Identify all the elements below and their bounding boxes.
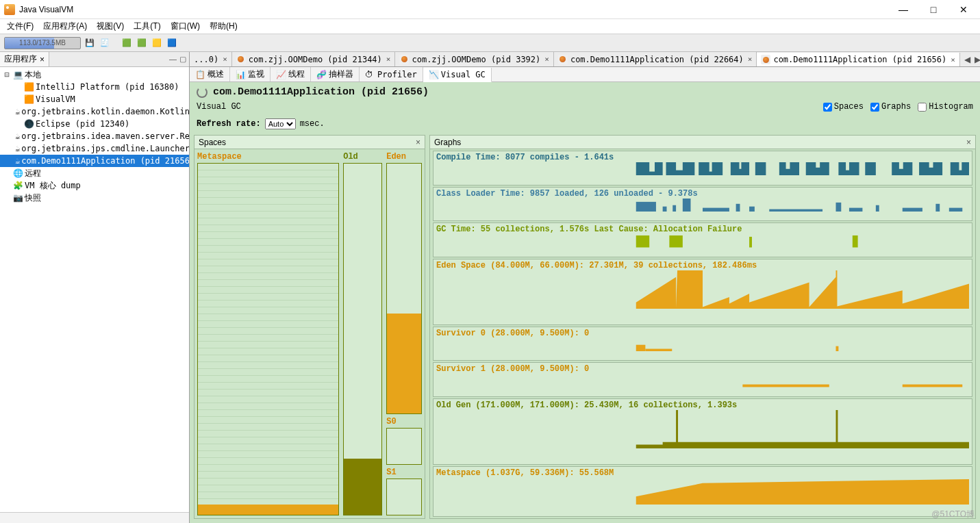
svg-rect-32	[876, 205, 879, 212]
close-icon[interactable]: ×	[951, 55, 955, 64]
restore-panel-button[interactable]: ▢	[179, 55, 186, 64]
sidebar-scrollbar[interactable]	[0, 512, 189, 523]
graph-metaspace: Metaspace (1.037G, 59.336M): 55.568M	[433, 466, 972, 517]
close-icon[interactable]: ×	[40, 55, 45, 64]
svg-rect-8	[749, 162, 755, 175]
subtab-profiler[interactable]: ⏱Profiler	[360, 67, 423, 81]
svg-rect-29	[769, 209, 822, 212]
menu-file[interactable]: 文件(F)	[4, 20, 36, 33]
svg-rect-16	[876, 162, 892, 175]
tree-node[interactable]: ☕org.jetbrains.idea.maven.server.RemoteM…	[0, 130, 189, 142]
close-icon[interactable]: ×	[544, 55, 549, 64]
tree-node[interactable]: ☕org.jetbrains.kotlin.daemon.KotlinCompi…	[0, 105, 189, 118]
tab-prev-button[interactable]: ◀	[964, 55, 970, 64]
svg-rect-22	[636, 201, 656, 212]
gc-icon[interactable]: 🟦	[166, 37, 178, 49]
tree-node[interactable]: 🌐远程	[0, 167, 189, 179]
menu-tools[interactable]: 工具(T)	[131, 20, 163, 33]
tree-node[interactable]: 🟧VisualVM	[0, 93, 189, 105]
menu-window[interactable]: 窗口(W)	[168, 20, 203, 33]
refresh-rate-label: Refresh rate:	[197, 119, 261, 129]
thread-dump-icon[interactable]: 🟩	[136, 37, 148, 49]
refresh-icon[interactable]	[197, 87, 208, 98]
editor-tab[interactable]: com.zjj.OOMDemo (pid 3392)×	[395, 52, 553, 66]
svg-rect-41	[645, 348, 672, 351]
svg-rect-10	[786, 162, 790, 169]
editor-tab[interactable]: com.zjj.OOMDemo (pid 21344)×	[232, 52, 396, 66]
subtab-overview[interactable]: 📋概述	[190, 67, 230, 81]
profiler-icon[interactable]: 🟨	[151, 37, 163, 49]
graph-classloader-time: Class Loader Time: 9857 loaded, 126 unlo…	[433, 187, 972, 222]
sidebar-tab-applications[interactable]: 应用程序 ×	[0, 52, 49, 66]
editor-tab[interactable]: ...0)×	[190, 52, 232, 66]
menu-bar: 文件(F) 应用程序(A) 视图(V) 工具(T) 窗口(W) 帮助(H)	[0, 19, 980, 34]
heap-usage-indicator[interactable]: 113.0/173.5MB	[4, 37, 81, 49]
tree-node[interactable]: 📷快照	[0, 192, 189, 204]
close-icon[interactable]: ×	[386, 55, 391, 64]
svg-rect-15	[859, 162, 866, 175]
subtab-threads[interactable]: 📈线程	[271, 67, 311, 81]
tab-next-button[interactable]: ▶	[975, 55, 980, 64]
snapshot-icon[interactable]: 🧾	[99, 37, 111, 49]
visualvm-icon	[4, 4, 15, 15]
tree-node[interactable]: ⊟💻本地	[0, 68, 189, 81]
svg-rect-20	[942, 162, 951, 175]
svg-rect-19	[929, 162, 933, 168]
close-icon[interactable]: ×	[748, 55, 753, 64]
applications-sidebar: 应用程序 × — ▢ ⊟💻本地🟧IntelliJ Platform (pid 1…	[0, 52, 190, 523]
graph-survivor0: Survivor 0 (28.000M, 9.500M): 0	[433, 327, 972, 361]
svg-rect-23	[663, 206, 667, 212]
page-title: com.Demo1111Application (pid 21656)	[213, 86, 429, 98]
checkbox-spaces[interactable]: Spaces	[823, 102, 864, 112]
svg-rect-31	[849, 207, 862, 212]
minimize-panel-button[interactable]: —	[169, 55, 177, 64]
heap-dump-icon[interactable]: 🟩	[121, 37, 133, 49]
svg-rect-21	[959, 162, 962, 170]
menu-application[interactable]: 应用程序(A)	[40, 20, 90, 33]
monitor-icon: 📊	[236, 70, 245, 79]
profiler-icon: ⏱	[365, 70, 375, 79]
s0-label: S0	[386, 417, 422, 428]
main-toolbar: 113.0/173.5MB 💾 🧾 🟩 🟩 🟨 🟦	[0, 34, 980, 52]
java-icon	[558, 55, 568, 64]
svg-rect-9	[766, 162, 779, 175]
save-icon[interactable]: 💾	[84, 37, 96, 49]
menu-help[interactable]: 帮助(H)	[207, 20, 240, 33]
svg-rect-12	[816, 162, 820, 168]
svg-rect-6	[723, 162, 731, 175]
tree-node[interactable]: 🟧IntelliJ Platform (pid 16380)	[0, 81, 189, 93]
svg-rect-2	[663, 162, 666, 175]
close-icon[interactable]: ×	[966, 138, 971, 147]
subtab-monitor[interactable]: 📊监视	[230, 67, 271, 81]
window-maximize-button[interactable]: □	[925, 4, 942, 15]
svg-rect-36	[636, 235, 649, 247]
sidebar-tab-bar: 应用程序 × — ▢	[0, 52, 189, 67]
tree-node[interactable]: 🌑Eclipse (pid 12340)	[0, 118, 189, 130]
close-icon[interactable]: ×	[223, 55, 227, 64]
svg-rect-30	[836, 202, 842, 212]
close-icon[interactable]: ×	[416, 138, 420, 147]
checkbox-graphs[interactable]: Graphs	[870, 102, 911, 112]
applications-tree[interactable]: ⊟💻本地🟧IntelliJ Platform (pid 16380)🟧Visua…	[0, 67, 189, 512]
checkbox-histogram[interactable]: Histogram	[918, 102, 973, 112]
svg-rect-27	[736, 203, 740, 212]
menu-view[interactable]: 视图(V)	[94, 20, 127, 33]
svg-rect-17	[899, 162, 903, 169]
overview-icon: 📋	[195, 70, 205, 79]
svg-rect-40	[636, 345, 646, 352]
window-minimize-button[interactable]: —	[895, 4, 912, 15]
refresh-rate-select[interactable]: Auto	[265, 118, 296, 129]
java-icon	[399, 55, 409, 64]
window-close-button[interactable]: ✕	[955, 4, 972, 15]
editor-tab[interactable]: com.Demo1111Application (pid 21656)×	[757, 53, 960, 67]
editor-tab[interactable]: com.Demo1111Application (pid 22664)×	[554, 52, 757, 66]
threads-icon: 📈	[276, 70, 286, 79]
svg-rect-18	[912, 162, 919, 175]
tree-node[interactable]: 🧩VM 核心 dump	[0, 179, 189, 192]
tree-node[interactable]: ☕com.Demo1111Application (pid 21656)	[0, 155, 189, 167]
subtab-sampler[interactable]: 🧬抽样器	[311, 67, 360, 81]
svg-rect-5	[709, 162, 712, 172]
tree-node[interactable]: ☕org.jetbrains.jps.cmdline.Launcher	[0, 142, 189, 155]
subtab-visual-gc[interactable]: 📉Visual GC	[423, 68, 492, 82]
svg-rect-4	[694, 162, 699, 175]
